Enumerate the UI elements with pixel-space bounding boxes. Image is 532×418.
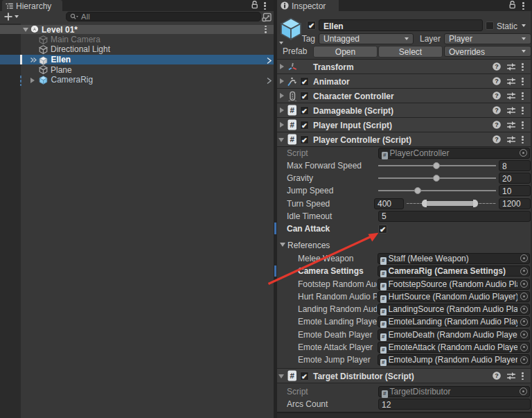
svg-text:?: ?: [495, 78, 499, 85]
svg-text:?: ?: [495, 63, 499, 70]
svg-text:#: #: [290, 106, 295, 114]
svg-text:?: ?: [495, 372, 499, 379]
svg-text:?: ?: [495, 107, 499, 114]
svg-text:?: ?: [495, 121, 499, 128]
svg-text:?: ?: [495, 92, 499, 99]
svg-text:#: #: [290, 372, 295, 380]
svg-text:?: ?: [495, 136, 499, 143]
svg-text:#: #: [290, 135, 295, 143]
svg-text:#: #: [290, 121, 295, 129]
